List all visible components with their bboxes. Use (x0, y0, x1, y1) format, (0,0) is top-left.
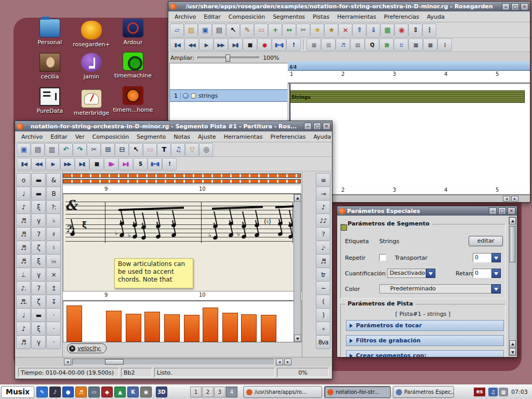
ornament-symbol-button[interactable]: ) (316, 309, 330, 322)
undo-icon[interactable]: ↶ (59, 143, 72, 156)
menu-item[interactable]: Composición (225, 12, 269, 21)
add-track-icon[interactable]: ★ (311, 24, 324, 36)
taskbar-clock[interactable]: 07:03 (511, 389, 528, 395)
erase-tool-icon[interactable]: ▭ (255, 24, 268, 36)
loop-end-button[interactable]: ▶▮ (119, 158, 132, 170)
velocity-bar[interactable] (203, 308, 218, 342)
score-canvas[interactable]: & ?: ξ (♮) ♭♭♭♭ Bow a (63, 194, 302, 291)
track-name[interactable]: strings (198, 92, 218, 99)
ornament-symbol-button[interactable]: ∘ (316, 322, 330, 335)
launcher-music-icon[interactable]: ♬ (75, 387, 87, 397)
piano-keyboard-icon[interactable]: ▦ (409, 39, 422, 50)
pager-cell[interactable]: 2 (202, 387, 214, 397)
fast-forward-button[interactable]: ▶▶ (61, 158, 74, 170)
maximize-icon[interactable]: ▢ (498, 207, 506, 215)
zoom-slider[interactable] (197, 57, 260, 59)
velocity-bar[interactable] (106, 311, 122, 342)
menu-item[interactable]: Archivo (18, 132, 46, 141)
new-document-icon[interactable]: ▱ (170, 24, 183, 36)
rewind-button[interactable]: ◀◀ (32, 158, 45, 170)
tray-audio-icon[interactable]: ♫ (488, 388, 498, 396)
accidental-symbol-button[interactable]: × (47, 268, 60, 281)
launcher-settings-icon[interactable]: ◉ (140, 387, 152, 397)
duration-symbol-button[interactable]: ♬ (17, 214, 30, 227)
edit-button[interactable]: editar (469, 236, 503, 246)
rewind-to-start-button[interactable]: ▮◀ (170, 39, 184, 50)
menu-item[interactable]: Composición (89, 132, 132, 141)
close-icon[interactable]: ✕ (521, 3, 528, 10)
redo-icon[interactable]: ↷ (73, 143, 86, 156)
section-record-filters[interactable]: Filtros de grabación (346, 335, 504, 346)
launcher-3d-icon[interactable]: 3D (156, 387, 167, 397)
menu-item[interactable]: Ajuste (194, 132, 219, 141)
rest-symbol-button[interactable]: ζ (32, 295, 45, 308)
scroll-down-icon[interactable] (509, 348, 516, 355)
accidental-symbol-button[interactable]: & (47, 174, 60, 187)
scroll-right-icon[interactable]: ▸ (284, 358, 291, 365)
quantize-dropdown-icon[interactable] (426, 269, 435, 278)
notation-titlebar[interactable]: notation-for-string-orchestra-in-D-minor… (15, 121, 332, 131)
rest-symbol-button[interactable]: ▬ (32, 187, 45, 200)
delete-track-icon[interactable]: × (339, 24, 352, 36)
scroll-right-icon[interactable]: ▸ (511, 196, 518, 202)
print-preview-icon[interactable]: ▥ (45, 143, 58, 156)
ornament-symbol-button[interactable]: ~ (316, 282, 330, 295)
menu-item[interactable]: Editar (47, 132, 71, 141)
task-rosegarden-main[interactable]: /usr/share/apps/ro... (243, 386, 322, 398)
maximize-icon[interactable]: ▢ (313, 123, 321, 130)
tray-klipper-icon[interactable]: ▦ (499, 388, 508, 396)
accidental-symbol-button[interactable]: ↥ (47, 282, 60, 295)
loop-start-button[interactable]: ▮▶ (104, 158, 118, 170)
add-tracks-icon[interactable]: ★ (325, 24, 338, 36)
menu-item[interactable]: Segmento (133, 132, 169, 141)
copy-icon[interactable]: ⊞ (101, 143, 114, 156)
quarter-rest-icon[interactable]: ξ (82, 220, 87, 230)
record-arm-icon[interactable]: ◉ (395, 24, 408, 36)
repeat-checkbox[interactable] (379, 254, 386, 261)
ornament-symbol-button[interactable]: ( (316, 295, 330, 308)
loop-button[interactable]: ▮↔▮ (148, 158, 162, 170)
accidental-symbol-button[interactable]: ♭ (47, 214, 60, 227)
rest-symbol-button[interactable]: 7 (32, 282, 45, 295)
track-row[interactable]: 1 strings (170, 89, 287, 102)
menu-item[interactable]: Ayuda (423, 12, 448, 21)
cut-icon[interactable]: ✂ (87, 143, 100, 156)
accidental-symbol-button[interactable]: ♯ (47, 228, 60, 241)
menu-item[interactable]: Ayuda (310, 132, 335, 141)
duration-symbol-button[interactable]: ♬ (17, 228, 30, 241)
menu-item[interactable]: Preferencias (267, 132, 309, 141)
move-tool-icon[interactable]: + (269, 24, 282, 36)
menu-item[interactable]: Notas (170, 132, 194, 141)
delay-spinbox[interactable]: 0 (473, 269, 491, 278)
track-mute-led-icon[interactable] (183, 93, 189, 99)
velocity-bar[interactable] (241, 314, 257, 342)
notation-top-ruler[interactable]: 910 (63, 185, 301, 194)
transpose-spinbox[interactable]: 0 (473, 253, 491, 262)
duration-symbol-button[interactable]: ♪. (17, 282, 30, 295)
scroll-left-icon[interactable]: ◂ (276, 358, 283, 365)
pager-cell[interactable]: 1 (190, 387, 202, 397)
erase-tool-icon[interactable]: ▭ (143, 143, 156, 156)
pager-cell[interactable]: 3 (214, 387, 225, 397)
velocity-bar[interactable] (144, 312, 160, 342)
quantize-combobox[interactable]: Desactivado (387, 269, 426, 278)
scroll-up-icon[interactable] (509, 217, 516, 224)
rest-symbol-button[interactable]: ξ (32, 322, 45, 335)
launcher-k-app-icon[interactable]: K (127, 387, 139, 397)
play-button[interactable]: ▶ (200, 39, 213, 50)
matrix-editor-icon[interactable]: ▦ (307, 39, 321, 50)
params-titlebar[interactable]: Parámetros Especiales – ▢ ✕ (337, 206, 517, 216)
timeline-ruler[interactable]: 12345 (288, 71, 530, 83)
rest-symbol-button[interactable]: γ (32, 268, 45, 281)
duration-symbol-button[interactable]: ♬ (17, 255, 30, 268)
accidental-symbol-button[interactable]: Β (47, 187, 60, 200)
keyboard-layout-indicator[interactable]: es (474, 388, 485, 396)
launcher-mixer-icon[interactable]: ▲ (114, 387, 126, 397)
scroll-up-icon[interactable] (294, 194, 301, 202)
ornament-symbol-button[interactable]: ♩· (316, 241, 330, 254)
section-play-parameters[interactable]: Parámetros de tocar (346, 320, 504, 331)
minimize-icon[interactable]: – (489, 207, 497, 215)
timeline-band[interactable]: 4/4 (288, 61, 530, 71)
close-icon[interactable]: ✕ (323, 123, 330, 130)
launcher-media-icon[interactable]: ◆ (101, 387, 113, 397)
